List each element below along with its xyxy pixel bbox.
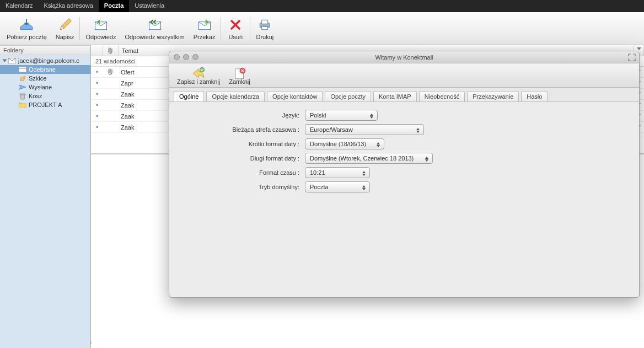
form-row: Długi format daty :Domyślne (Wtorek, Cze… xyxy=(179,153,629,164)
folder-label: PROJEKT A xyxy=(29,101,62,108)
app-tab-poczta[interactable]: Poczta xyxy=(99,0,129,12)
folder-wysłane[interactable]: Wysłane xyxy=(0,83,90,92)
folder-label: Odebrane xyxy=(29,66,56,73)
toolbar-replyall-button[interactable]: Odpowiedz wszystkim xyxy=(120,16,189,41)
dialog-panel: Język:PolskiBieżąca strefa czasowa :Euro… xyxy=(169,101,639,289)
form-label: Krótki format daty : xyxy=(179,141,305,147)
dialog-saveclose-button[interactable]: Zapisz i zamknij xyxy=(173,65,224,86)
select-jzyk[interactable]: Polski xyxy=(305,110,378,121)
form-label: Format czasu : xyxy=(179,169,305,176)
form-label: Bieżąca strefa czasowa : xyxy=(179,126,305,133)
settings-tab-3[interactable]: Opcje poczty xyxy=(325,91,371,101)
forward-icon xyxy=(197,17,212,33)
col-attachment[interactable] xyxy=(103,45,119,56)
col-subject-label: Temat xyxy=(122,47,138,54)
form-label: Długi format daty : xyxy=(179,155,305,162)
toolbar-forward-button[interactable]: Przekaż xyxy=(189,16,220,41)
fetch-icon xyxy=(19,17,34,33)
paperclip-icon xyxy=(108,68,114,75)
compose-icon xyxy=(57,17,73,33)
dialog-toolbar: Zapisz i zamknijZamknij xyxy=(169,63,639,88)
toolbar-print-button[interactable]: Drukuj xyxy=(251,16,278,41)
app-tab-ustawienia[interactable]: Ustawienia xyxy=(129,0,170,12)
draft-icon xyxy=(19,76,26,81)
folder-label: Kosz xyxy=(29,93,42,99)
dialog-close-button[interactable]: Zamknij xyxy=(224,65,255,86)
split-handle[interactable]: ‹ xyxy=(89,340,93,348)
dialog-title: Witamy w Konektmail xyxy=(169,54,639,61)
updown-icon xyxy=(361,184,367,191)
toolbar-label: Usuń xyxy=(229,34,243,40)
col-unread[interactable] xyxy=(91,45,103,56)
sent-icon xyxy=(19,84,26,90)
dialog-tabs: OgólneOpcje kalendarzaOpcje kontaktówOpc… xyxy=(169,88,639,101)
dialog-toolbar-label: Zamknij xyxy=(229,78,250,85)
folder-sidebar: Foldery jacek@bingo.polcom.cOdebraneSzki… xyxy=(0,45,91,348)
select-value: Polski xyxy=(310,112,326,119)
settings-tab-7[interactable]: Hasło xyxy=(521,91,548,101)
select-biecastrefaczasowa[interactable]: Europe/Warsaw xyxy=(305,124,424,135)
select-trybdomylny[interactable]: Poczta xyxy=(305,181,370,192)
form-label: Język: xyxy=(179,112,305,119)
dialog-titlebar[interactable]: Witamy w Konektmail xyxy=(169,51,639,63)
folder-projekt a[interactable]: PROJEKT A xyxy=(0,100,90,109)
folder-szkice[interactable]: Szkice xyxy=(0,74,90,83)
print-icon xyxy=(257,17,272,33)
form-row: Tryb domyślny:Poczta xyxy=(179,181,629,192)
unread-dot-icon: • xyxy=(91,90,103,98)
reply-icon xyxy=(93,17,109,33)
updown-icon xyxy=(423,155,430,163)
app-tabs: KalendarzKsiążka adresowaPocztaUstawieni… xyxy=(0,0,644,12)
select-formatczasu[interactable]: 10:21 xyxy=(305,167,370,178)
toolbar-label: Przekaż xyxy=(194,34,216,40)
form-row: Język:Polski xyxy=(179,110,629,121)
app-tab-książka adresowa[interactable]: Książka adresowa xyxy=(39,0,99,12)
toolbar-delete-button[interactable]: Usuń xyxy=(222,16,249,41)
disclosure-icon xyxy=(3,60,7,62)
form-label: Tryb domyślny: xyxy=(179,184,305,190)
app-tab-kalendarz[interactable]: Kalendarz xyxy=(0,0,39,12)
expand-icon[interactable] xyxy=(628,53,636,61)
toolbar-label: Napisz xyxy=(56,34,74,40)
form-row: Format czasu :10:21 xyxy=(179,167,629,178)
updown-icon xyxy=(375,141,382,148)
folder-odebrane[interactable]: Odebrane xyxy=(0,65,90,74)
folder-icon xyxy=(19,102,26,108)
select-dugiformatdaty[interactable]: Domyślne (Wtorek, Czerwiec 18 2013) xyxy=(305,153,433,164)
close-icon xyxy=(233,66,247,78)
updown-icon xyxy=(361,169,367,177)
account-node[interactable]: jacek@bingo.polcom.c xyxy=(0,56,90,65)
settings-tab-4[interactable]: Konta IMAP xyxy=(373,91,417,101)
select-value: Domyślne (18/06/13) xyxy=(310,141,366,147)
folder-kosz[interactable]: Kosz xyxy=(0,92,90,100)
toolbar-compose-button[interactable]: Napisz xyxy=(51,16,79,41)
unread-dot-icon: • xyxy=(91,68,103,76)
folder-label: Wysłane xyxy=(29,84,52,90)
inbox-icon xyxy=(19,67,26,72)
dialog-toolbar-label: Zapisz i zamknij xyxy=(177,78,220,85)
unread-dot-icon: • xyxy=(91,101,103,109)
toolbar-fetch-button[interactable]: Pobierz pocztę xyxy=(2,16,51,41)
settings-tab-0[interactable]: Ogólne xyxy=(174,91,204,101)
mailbox-icon xyxy=(8,58,16,63)
select-value: Europe/Warsaw xyxy=(310,126,353,133)
settings-tab-2[interactable]: Opcje kontaktów xyxy=(267,91,323,101)
saveclose-icon xyxy=(191,66,206,78)
settings-tab-6[interactable]: Przekazywanie xyxy=(467,91,519,101)
svg-rect-7 xyxy=(19,67,26,72)
toolbar-reply-button[interactable]: Odpowiedz xyxy=(81,16,120,41)
settings-dialog: Witamy w Konektmail Zapisz i zamknijZamk… xyxy=(169,51,640,298)
attachment-cell xyxy=(103,68,119,76)
updown-icon xyxy=(368,112,375,120)
chevron-down-icon xyxy=(637,47,641,50)
updown-icon xyxy=(415,126,421,134)
form-row: Bieżąca strefa czasowa :Europe/Warsaw xyxy=(179,124,629,135)
settings-tab-1[interactable]: Opcje kalendarza xyxy=(206,91,265,101)
trash-icon xyxy=(19,93,26,99)
unread-dot-icon: • xyxy=(91,113,103,120)
replyall-icon xyxy=(147,17,163,33)
sidebar-header: Foldery xyxy=(0,45,90,55)
select-krtkiformatdaty[interactable]: Domyślne (18/06/13) xyxy=(305,138,384,149)
svg-rect-4 xyxy=(262,20,268,24)
settings-tab-5[interactable]: Nieobecność xyxy=(419,91,465,101)
